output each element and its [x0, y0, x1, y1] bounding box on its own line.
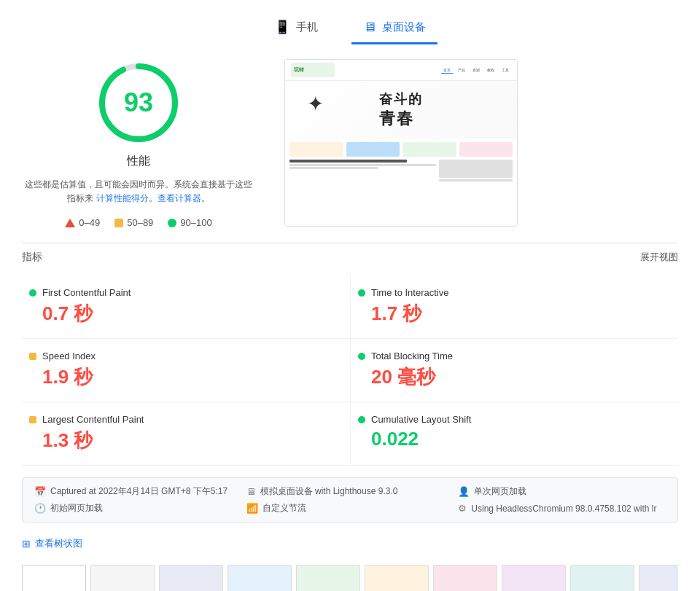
mockup-logo: 玩转	[291, 63, 335, 77]
thumbnail-9[interactable]	[570, 565, 634, 591]
device-tabs: 📱 手机 🖥 桌面设备	[0, 0, 700, 44]
metric-lcp: Largest Contentful Paint 1.3 秒	[22, 402, 350, 466]
info-captured-text: Captured at 2022年4月14日 GMT+8 下午5:17	[50, 485, 228, 498]
preview-image: 玩转 首页 产品 资源 教程 工具 奋斗的青春	[284, 59, 518, 227]
metric-fcp-value: 0.7 秒	[42, 301, 343, 326]
tab-desktop[interactable]: 🖥 桌面设备	[351, 12, 438, 44]
legend-item-red: 0–49	[65, 217, 100, 228]
calendar-icon: 📅	[34, 486, 46, 497]
score-section: 93 性能 这些都是估算值，且可能会因时而异。系统会直接基于这些指标来 计算性能…	[22, 59, 255, 228]
metrics-title: 指标	[22, 251, 42, 264]
tree-map-icon: ⊞	[22, 538, 31, 549]
info-initial-text: 初始网页加载	[50, 502, 103, 514]
legend-item-green: 90–100	[168, 217, 211, 228]
info-throttle: 📶 自定义节流	[246, 502, 454, 514]
page-container: 📱 手机 🖥 桌面设备 93 性能 这些都是估算值，且可能	[0, 0, 700, 591]
metric-lcp-value: 1.3 秒	[42, 428, 343, 453]
preview-section: 玩转 首页 产品 资源 教程 工具 奋斗的青春	[284, 59, 678, 227]
thumbnail-8[interactable]	[502, 565, 566, 591]
main-content: 93 性能 这些都是估算值，且可能会因时而异。系统会直接基于这些指标来 计算性能…	[0, 44, 700, 591]
thumbnail-1[interactable]	[22, 565, 86, 591]
tree-map-link[interactable]: ⊞ 查看树状图	[22, 534, 678, 553]
info-throttle-text: 自定义节流	[262, 502, 306, 514]
legend-green-icon	[168, 219, 176, 227]
thumbnail-10[interactable]	[639, 565, 678, 591]
thumbnail-5[interactable]	[296, 565, 360, 591]
mobile-icon: 📱	[274, 19, 290, 35]
info-simulate: 🖥 模拟桌面设备 with Lighthouse 9.3.0	[246, 485, 454, 498]
info-single-load: 👤 单次网页加载	[458, 485, 666, 498]
metric-cls-name: Cumulative Layout Shift	[371, 414, 471, 425]
metric-tbt-value: 20 毫秒	[371, 364, 671, 390]
network-icon: 📶	[246, 503, 258, 514]
score-label: 性能	[127, 154, 150, 169]
metrics-header: 指标 展开视图	[22, 251, 678, 264]
metric-tti-dot	[358, 289, 365, 297]
tree-map-label: 查看树状图	[35, 537, 82, 550]
desktop-icon: 🖥	[363, 20, 376, 35]
thumbnail-4[interactable]	[228, 565, 292, 591]
score-legend: 0–49 50–89 90–100	[65, 217, 211, 228]
metric-fcp: First Contentful Paint 0.7 秒	[22, 275, 350, 339]
metric-cls-dot	[358, 416, 365, 423]
mockup-cards-row	[289, 142, 513, 157]
website-mockup: 玩转 首页 产品 资源 教程 工具 奋斗的青春	[285, 60, 517, 226]
info-simulate-text: 模拟桌面设备 with Lighthouse 9.3.0	[260, 485, 398, 498]
tab-mobile[interactable]: 📱 手机	[262, 12, 330, 44]
metric-si: Speed Index 1.9 秒	[22, 339, 350, 402]
calc-link[interactable]: 查看计算器	[158, 193, 201, 203]
info-chromium-text: Using HeadlessChromium 98.0.4758.102 wit…	[471, 504, 656, 514]
mockup-nav: 首页 产品 资源 教程 工具	[441, 67, 511, 74]
chrome-icon: ⚙	[458, 503, 467, 514]
score-description: 这些都是估算值，且可能会因时而异。系统会直接基于这些指标来 计算性能得分。查看计…	[22, 178, 255, 206]
user-icon: 👤	[458, 486, 470, 497]
legend-red-icon	[65, 219, 75, 227]
mockup-header: 玩转 首页 产品 资源 教程 工具	[285, 60, 517, 81]
thumbnails-section	[22, 565, 678, 591]
mockup-content	[285, 139, 517, 188]
mockup-hero: 奋斗的青春 ✦	[285, 81, 517, 139]
tab-mobile-label: 手机	[296, 20, 318, 34]
thumbnail-7[interactable]	[433, 565, 497, 591]
metric-fcp-dot	[29, 289, 36, 297]
info-captured: 📅 Captured at 2022年4月14日 GMT+8 下午5:17	[34, 485, 242, 498]
clock-icon: 🕐	[34, 503, 46, 514]
info-initial: 🕐 初始网页加载	[34, 502, 242, 514]
metric-si-name: Speed Index	[42, 351, 96, 361]
mockup-article-row	[289, 160, 513, 182]
calc-score-link[interactable]: 计算性能得分	[96, 193, 149, 203]
metric-lcp-name: Largest Contentful Paint	[42, 414, 144, 425]
metric-tti: Time to Interactive 1.7 秒	[350, 275, 678, 339]
legend-item-orange: 50–89	[114, 217, 153, 228]
metric-tti-value: 1.7 秒	[371, 301, 671, 326]
metric-tbt-dot	[358, 353, 365, 360]
metric-si-dot	[29, 353, 36, 360]
metric-tti-name: Time to Interactive	[371, 287, 448, 298]
score-number: 93	[124, 87, 153, 118]
legend-orange-icon	[114, 219, 123, 227]
expand-button[interactable]: 展开视图	[640, 251, 678, 264]
metric-cls: Cumulative Layout Shift 0.022	[350, 402, 678, 466]
score-circle: 93	[95, 59, 182, 146]
info-bar: 📅 Captured at 2022年4月14日 GMT+8 下午5:17 🖥 …	[22, 477, 678, 522]
metric-si-value: 1.9 秒	[42, 364, 343, 390]
tab-desktop-label: 桌面设备	[382, 20, 426, 34]
metric-tbt-name: Total Blocking Time	[371, 351, 453, 361]
metric-fcp-name: First Contentful Paint	[42, 287, 131, 298]
desktop-info-icon: 🖥	[246, 486, 256, 497]
info-single-load-text: 单次网页加载	[474, 485, 526, 498]
thumbnail-3[interactable]	[159, 565, 223, 591]
metric-tbt: Total Blocking Time 20 毫秒	[350, 339, 678, 402]
thumbnail-2[interactable]	[90, 565, 155, 591]
thumbnail-6[interactable]	[365, 565, 429, 591]
divider-1	[22, 243, 678, 243]
metric-cls-value: 0.022	[371, 428, 671, 450]
top-section: 93 性能 这些都是估算值，且可能会因时而异。系统会直接基于这些指标来 计算性能…	[22, 59, 678, 228]
metrics-grid: First Contentful Paint 0.7 秒 Time to Int…	[22, 275, 678, 466]
info-chromium: ⚙ Using HeadlessChromium 98.0.4758.102 w…	[458, 502, 666, 514]
metric-lcp-dot	[29, 416, 36, 423]
